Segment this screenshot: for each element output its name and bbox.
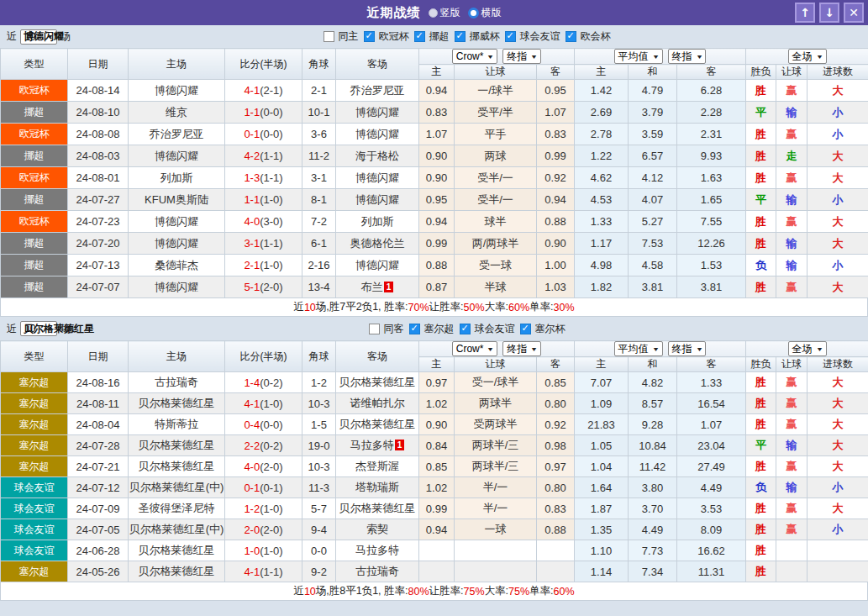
result-goals-cell: 大 [808, 372, 868, 393]
score-cell: 4-1(1-1) [225, 561, 302, 582]
checkbox-label: 同主 [339, 29, 359, 44]
result-goals-cell: 大 [808, 498, 868, 519]
fulltime-score: 4-0 [244, 461, 260, 473]
result-wdl-cell: 平 [746, 435, 776, 456]
league-cell: 挪超 [1, 233, 68, 255]
avg-home-cell: 4.98 [575, 255, 629, 276]
subcol-handicap-result: 让球 [776, 65, 808, 80]
league-checkbox[interactable] [414, 31, 425, 42]
handicap-cell: 受半/一 [455, 167, 537, 189]
avg-draw-cell: 3.79 [629, 102, 677, 124]
radio-horizontal-icon[interactable] [468, 8, 479, 18]
result-handicap-cell: 赢 [776, 414, 808, 435]
date-cell: 24-07-07 [68, 276, 129, 298]
league-checkbox[interactable] [566, 31, 576, 42]
col-header-home: 主场 [129, 341, 225, 372]
league-cell: 塞尔超 [1, 435, 68, 456]
halftime-score: (2-0) [260, 524, 282, 536]
result-handicap-cell: 输 [776, 477, 808, 498]
avg-draw-cell: 5.27 [629, 211, 677, 233]
odds-stage-select-3[interactable]: 终指▼ [502, 341, 541, 356]
col-header-home: 主场 [129, 49, 225, 80]
layout-option-vertical[interactable]: 竖版 [429, 6, 460, 20]
score-cell: 1-0(1-0) [225, 540, 302, 561]
score-cell: 1-4(0-2) [225, 372, 302, 393]
fulltime-select[interactable]: 全场▼ [788, 49, 827, 64]
chevron-down-icon: ▼ [530, 54, 538, 60]
col-header-type: 类型 [1, 49, 68, 80]
avg-away-cell: 2.31 [677, 124, 746, 145]
odds-stage-select[interactable]: 终指▼ [502, 49, 541, 64]
score-cell: 0-1(0-0) [225, 124, 302, 145]
corner-cell: 19-0 [302, 435, 336, 456]
score-cell: 0-4(0-0) [225, 414, 302, 435]
move-up-button[interactable]: ↑ [795, 3, 815, 23]
league-checkbox[interactable] [460, 324, 471, 334]
fulltime-score: 4-1 [244, 398, 260, 410]
odds-away-cell: 1.03 [537, 276, 575, 298]
summary-text: 10 [304, 302, 316, 313]
result-wdl-cell: 胜 [746, 276, 776, 298]
handicap-cell: 两球半/三 [455, 456, 537, 477]
bookmaker-select[interactable]: Crow*▼ [452, 49, 498, 64]
handicap-cell: 两球半/三 [455, 435, 537, 456]
checkbox-label: 塞尔超 [424, 322, 455, 336]
fulltime-score: 1-0 [244, 545, 260, 557]
avg-home-cell: 7.07 [575, 372, 629, 393]
result-wdl-cell: 胜 [746, 233, 776, 255]
avg-draw-cell: 9.28 [629, 414, 677, 435]
chevron-down-icon: ▼ [816, 346, 823, 352]
odds-stage-select-4[interactable]: 终指▼ [668, 341, 707, 356]
average-select[interactable]: 平均值▼ [614, 49, 663, 64]
odds-home-cell: 0.83 [419, 102, 455, 124]
league-checkbox[interactable] [409, 324, 420, 334]
col-header-type: 类型 [1, 341, 68, 372]
fulltime-score: 4-2 [244, 150, 260, 162]
radio-vertical-icon[interactable] [429, 8, 438, 18]
league-checkbox[interactable] [505, 31, 516, 42]
avg-away-cell: 2.28 [677, 102, 746, 124]
league-checkbox[interactable] [364, 31, 375, 42]
page-title: 近期战绩 [367, 5, 421, 21]
away-team-cell: 博德闪耀 [336, 255, 419, 276]
result-handicap-cell [776, 540, 808, 561]
checkbox-label: 挪超 [429, 29, 450, 44]
halftime-score: (1-0) [260, 503, 282, 515]
avg-home-cell: 1.22 [575, 145, 629, 167]
summary-text: 60% [554, 586, 575, 598]
bookmaker-select-2[interactable]: Crow*▼ [452, 341, 498, 356]
date-cell: 24-05-26 [68, 561, 129, 582]
subcol-goals-result: 进球数 [808, 357, 868, 372]
subcol-handicap-result: 让球 [776, 357, 808, 372]
avg-away-cell: 11.31 [677, 561, 746, 582]
close-button[interactable]: ✕ [844, 3, 864, 23]
fulltime-score: 2-1 [244, 259, 260, 271]
summary-text: 30% [554, 302, 575, 313]
league-checkbox[interactable] [520, 324, 531, 334]
odds-away-cell: 0.88 [537, 211, 575, 233]
odds-away-cell: 0.80 [537, 477, 575, 498]
layout-option-horizontal[interactable]: 横版 [468, 6, 502, 20]
result-handicap-cell: 赢 [776, 456, 808, 477]
same-venue-checkbox[interactable] [369, 324, 380, 334]
fulltime-score: 0-4 [244, 419, 260, 431]
away-team-cell: 贝尔格莱德红星 [336, 414, 419, 435]
same-venue-checkbox[interactable] [324, 31, 334, 42]
halftime-score: (2-1) [260, 84, 282, 97]
handicap-cell: 受两球半 [455, 414, 537, 435]
average-select-2[interactable]: 平均值▼ [614, 341, 663, 356]
avg-draw-cell: 7.34 [629, 561, 677, 582]
handicap-cell [455, 561, 537, 582]
away-team-cell: 博德闪耀 [336, 124, 419, 145]
corner-cell: 9-4 [302, 519, 336, 540]
summary-text: 场,胜8平1负1, 胜率: [316, 584, 408, 598]
league-checkbox[interactable] [455, 31, 466, 42]
move-down-button[interactable]: ↓ [819, 3, 839, 23]
subcol-handicap: 让球 [455, 357, 537, 372]
halftime-score: (1-1) [260, 566, 282, 578]
avg-away-cell: 1.65 [677, 189, 746, 211]
date-cell: 24-08-08 [68, 124, 129, 145]
odds-stage-select-2[interactable]: 终指▼ [668, 49, 707, 64]
fulltime-select-2[interactable]: 全场▼ [788, 341, 827, 356]
subcol-avg-draw: 和 [629, 357, 677, 372]
